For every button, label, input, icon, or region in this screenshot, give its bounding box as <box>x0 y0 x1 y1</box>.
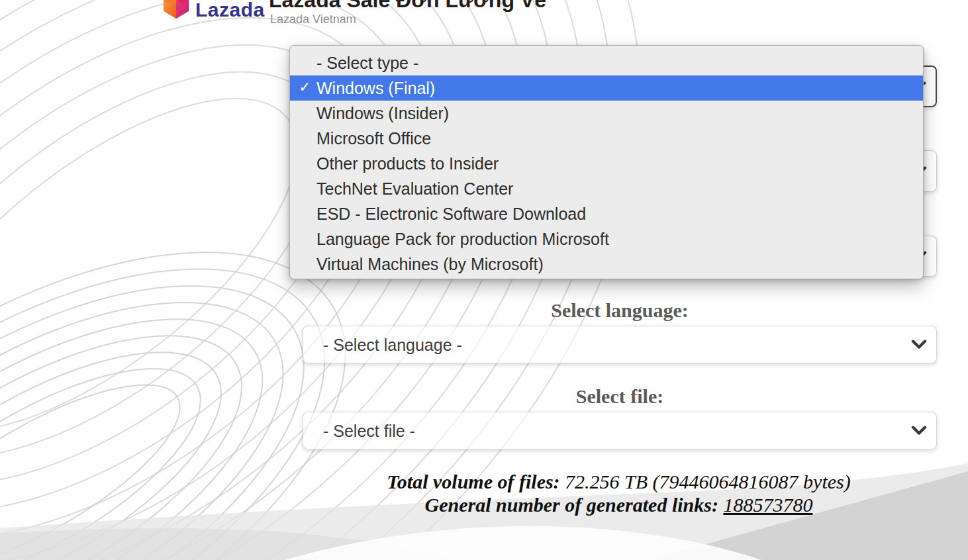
lazada-brand-name[interactable]: Lazada <box>195 0 265 21</box>
file-heading: Select file: <box>303 385 937 408</box>
dropdown-option[interactable]: ✓ - Select type - <box>290 50 923 75</box>
generated-links-label: General number of generated links: <box>425 494 724 516</box>
generated-links-line: General number of generated links: 18857… <box>269 494 968 516</box>
total-volume-label: Total volume of files: <box>387 471 559 492</box>
dropdown-option[interactable]: ✓ Windows (Insider) <box>290 101 923 126</box>
file-select[interactable]: - Select file - <box>303 412 937 449</box>
dropdown-option-label: ESD - Electronic Software Download <box>316 205 586 224</box>
file-select-value: - Select file - <box>323 421 415 440</box>
total-volume-line: Total volume of files: 72.256 TB (794460… <box>269 471 968 493</box>
dropdown-option-label: Windows (Insider) <box>316 104 449 123</box>
lazada-logo-icon[interactable] <box>161 0 191 21</box>
language-heading: Select language: <box>303 299 937 322</box>
ad-title[interactable]: Lazada Sale Đơn Lương Về <box>269 0 546 13</box>
total-volume-value: 72.256 TB (79446064816087 bytes) <box>560 471 851 492</box>
dropdown-option[interactable]: ✓ Other products to Insider <box>290 151 923 176</box>
chevron-down-icon <box>911 426 927 436</box>
generated-links-count-link[interactable]: 188573780 <box>723 494 812 516</box>
dropdown-option-label: Other products to Insider <box>316 154 499 173</box>
dropdown-option-label: Microsoft Office <box>316 129 431 148</box>
language-select-value: - Select language - <box>323 335 462 354</box>
dropdown-option[interactable]: ✓ Windows (Final) <box>290 75 923 101</box>
ad-subtitle: Lazada Vietnam <box>270 13 356 26</box>
dropdown-option[interactable]: ✓ Virtual Machines (by Microsoft) <box>290 252 923 277</box>
dropdown-option-label: Virtual Machines (by Microsoft) <box>316 255 544 274</box>
checkmark-icon: ✓ <box>299 79 311 96</box>
dropdown-option[interactable]: ✓ Language Pack for production Microsoft <box>290 226 923 252</box>
dropdown-option-label: - Select type - <box>316 54 418 73</box>
dropdown-option[interactable]: ✓ Microsoft Office <box>290 126 923 151</box>
dropdown-option-label: Language Pack for production Microsoft <box>316 230 609 249</box>
chevron-down-icon <box>911 340 927 350</box>
dropdown-option[interactable]: ✓ TechNet Evaluation Center <box>290 176 923 201</box>
language-select[interactable]: - Select language - <box>303 326 937 363</box>
type-dropdown-popup: ✓ - Select type - ✓ Windows (Final) ✓ Wi… <box>289 45 924 279</box>
dropdown-option-label: Windows (Final) <box>316 79 435 98</box>
dropdown-option-label: TechNet Evaluation Center <box>316 179 513 199</box>
dropdown-option[interactable]: ✓ ESD - Electronic Software Download <box>290 201 923 226</box>
